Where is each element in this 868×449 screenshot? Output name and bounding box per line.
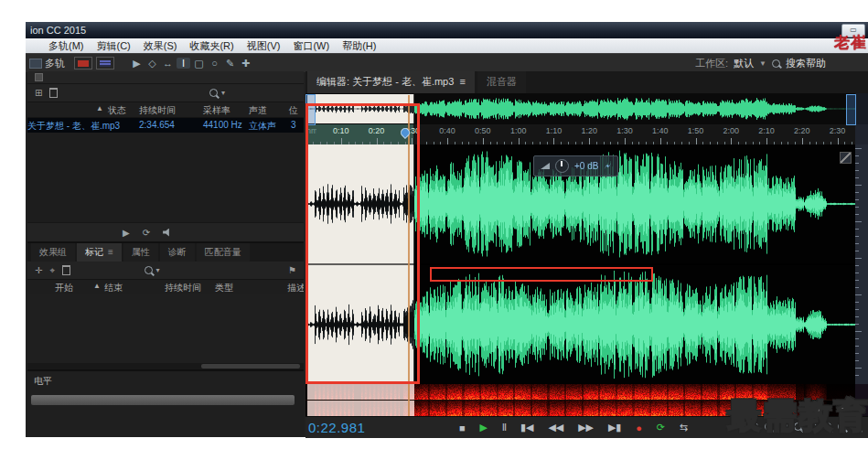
- preview-play-button[interactable]: ▶: [123, 228, 130, 238]
- skip-cursor-button[interactable]: ⇆: [680, 422, 688, 433]
- spectral-view-toggle[interactable]: [96, 57, 114, 69]
- panel-menu-icon[interactable]: ≡: [459, 76, 465, 87]
- ruler-tick: [483, 138, 484, 144]
- speaker-icon[interactable]: [163, 229, 171, 237]
- trash-icon[interactable]: [62, 265, 70, 275]
- search-icon[interactable]: [772, 59, 780, 68]
- slip-tool[interactable]: ↔: [161, 58, 175, 69]
- files-preview-transport: ▶ ⟳: [27, 222, 304, 241]
- stop-button[interactable]: ■: [459, 422, 466, 433]
- col-channels[interactable]: 声道: [249, 104, 267, 117]
- ruler-tick: [447, 138, 448, 144]
- menu-window[interactable]: 窗口(W): [286, 39, 336, 53]
- add-range-marker-icon[interactable]: ⌖: [49, 265, 55, 276]
- ruler-label: 2:10: [758, 126, 775, 135]
- record-button[interactable]: ●: [636, 422, 642, 433]
- watermark-laocui: 老崔: [834, 32, 867, 53]
- amplitude-tick: [855, 243, 859, 244]
- col-start[interactable]: 开始: [55, 282, 73, 294]
- tab-markers[interactable]: 标记≡: [77, 243, 122, 262]
- loop-playback-button[interactable]: ⟳: [657, 422, 665, 433]
- files-panel: ⊞ ▾ ▲ 状态 持续时间 采样率 声道 位 关于梦想 - 老、崔.mp: [27, 71, 304, 241]
- amplitude-tick: [855, 221, 862, 222]
- col-status[interactable]: 状态: [108, 104, 126, 117]
- amplitude-tick: [855, 346, 859, 347]
- tab-editor[interactable]: 编辑器: 关于梦想 - 老、崔.mp3 ≡: [307, 71, 475, 93]
- rewind-button[interactable]: ◀◀: [548, 422, 563, 433]
- play-button[interactable]: ▶: [479, 422, 487, 433]
- file-bitdepth: 3: [291, 120, 296, 130]
- amplitude-tick: [855, 155, 859, 156]
- move-tool[interactable]: ▶: [130, 58, 144, 69]
- preview-loop-button[interactable]: ⟳: [143, 228, 150, 238]
- marker-filter-icon[interactable]: ⚑: [288, 265, 296, 275]
- menu-view[interactable]: 视图(V): [241, 39, 287, 53]
- sort-icon[interactable]: ▲: [96, 104, 103, 112]
- amplitude-tick: [855, 265, 859, 266]
- tab-match-loudness[interactable]: 匹配音量: [197, 243, 250, 262]
- title-bar: ion CC 2015 ▭: [26, 22, 868, 38]
- menu-clip[interactable]: 剪辑(C): [91, 39, 137, 53]
- hud-db-value: +0 dB: [574, 161, 598, 171]
- sort-icon[interactable]: ▲: [93, 282, 101, 290]
- import-file-icon[interactable]: ⊞: [35, 88, 42, 98]
- tab-effects-rack[interactable]: 效果组: [31, 243, 75, 262]
- tab-mixer[interactable]: 混音器: [477, 71, 526, 93]
- col-duration[interactable]: 持续时间: [165, 282, 201, 294]
- menu-favorites[interactable]: 收藏夹(R): [183, 39, 240, 53]
- amplitude-ruler: [855, 144, 868, 384]
- skip-to-start-button[interactable]: ▮◀: [520, 422, 534, 433]
- fast-forward-button[interactable]: ▶▶: [578, 422, 594, 433]
- lasso-selection-tool[interactable]: ○: [208, 58, 221, 69]
- menu-multitrack[interactable]: 多轨(M): [42, 39, 91, 53]
- waveform-view-toggle[interactable]: [74, 57, 92, 69]
- paintbrush-tool[interactable]: ✎: [223, 58, 237, 69]
- editor-panel: 编辑器: 关于梦想 - 老、崔.mp3 ≡ 混音器 hms 0:100:200:…: [305, 71, 868, 437]
- workspace-value[interactable]: 默认: [734, 57, 754, 70]
- files-search-field[interactable]: ▾: [209, 89, 225, 97]
- col-end[interactable]: 结束: [104, 282, 123, 294]
- markers-panel: 效果组 标记≡ 属性 诊断 匹配音量 ✛ ⌖ ▾ ⚑: [27, 243, 304, 369]
- spot-healing-tool[interactable]: ✚: [239, 58, 252, 69]
- multitrack-view-button[interactable]: 多轨: [26, 57, 72, 70]
- col-samplerate[interactable]: 采样率: [203, 104, 230, 117]
- ruler-label: 2:30: [830, 126, 846, 135]
- amplitude-tick: [855, 294, 862, 295]
- ruler-tick: [660, 138, 661, 144]
- scrollbar-thumb[interactable]: [201, 364, 300, 369]
- col-duration[interactable]: 持续时间: [139, 104, 176, 117]
- skip-to-end-button[interactable]: ▶▮: [608, 422, 622, 433]
- time-selection-tool[interactable]: I: [177, 58, 190, 69]
- volume-knob[interactable]: [555, 159, 569, 173]
- markers-search-field[interactable]: ▾: [145, 266, 160, 274]
- navigator-right-handle[interactable]: [846, 94, 856, 125]
- chevron-down-icon[interactable]: ▼: [759, 59, 766, 68]
- menu-effects[interactable]: 效果(S): [137, 39, 184, 53]
- tab-diagnostics[interactable]: 诊断: [160, 243, 195, 262]
- search-help-link[interactable]: 搜索帮助: [786, 57, 826, 70]
- horizontal-scrollbar[interactable]: [27, 363, 304, 369]
- amplitude-tick: [855, 192, 859, 193]
- pin-icon[interactable]: [604, 163, 611, 170]
- add-cue-marker-icon[interactable]: ✛: [35, 265, 42, 275]
- panel-menu-icon[interactable]: ≡: [108, 247, 113, 257]
- ruler-label: 1:10: [546, 126, 563, 135]
- volume-hud[interactable]: +0 dB: [533, 155, 618, 176]
- editor-tab-bar: 编辑器: 关于梦想 - 老、崔.mp3 ≡ 混音器: [305, 71, 868, 93]
- col-bitdepth[interactable]: 位: [289, 104, 298, 117]
- trash-icon[interactable]: [49, 88, 58, 98]
- col-description[interactable]: 描述: [287, 282, 304, 294]
- amplitude-tick: [855, 316, 859, 317]
- tab-properties[interactable]: 属性: [123, 243, 158, 262]
- tab-levels[interactable]: 电平: [27, 371, 304, 388]
- marquee-selection-tool[interactable]: ▢: [192, 58, 206, 69]
- file-row-selected[interactable]: 关于梦想 - 老、崔.mp3 2:34.654 44100 Hz 立体声 3: [27, 118, 304, 133]
- col-type[interactable]: 类型: [215, 282, 233, 294]
- amplitude-tick: [855, 375, 859, 376]
- menu-help[interactable]: 帮助(H): [336, 39, 382, 53]
- pause-button[interactable]: Ⅱ: [502, 422, 506, 433]
- ruler-tick: [731, 138, 732, 144]
- amplitude-tick: [855, 331, 862, 332]
- razor-tool[interactable]: ◇: [145, 58, 159, 69]
- zoom-grabber-icon[interactable]: [840, 152, 852, 164]
